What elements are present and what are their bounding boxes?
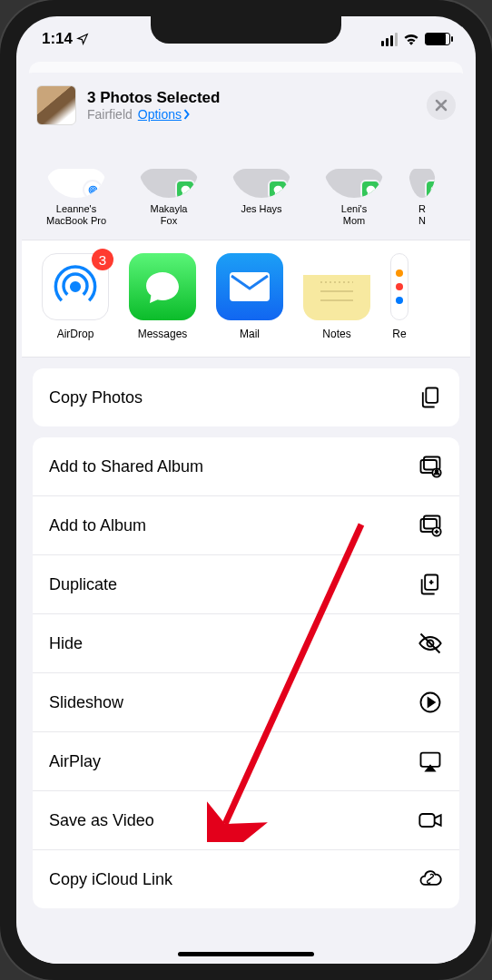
contact-name-line2: MacBook Pro bbox=[38, 215, 114, 227]
duplicate-icon bbox=[418, 572, 443, 597]
svg-point-0 bbox=[92, 189, 93, 191]
messages-badge-icon bbox=[425, 180, 436, 198]
location-arrow-icon bbox=[76, 33, 89, 45]
contact-lenis-mom[interactable]: Leni's Mom bbox=[316, 138, 392, 227]
notes-icon bbox=[313, 275, 360, 311]
messages-badge-icon bbox=[175, 180, 195, 198]
action-copy-icloud-link[interactable]: Copy iCloud Link bbox=[33, 850, 459, 908]
battery-icon bbox=[425, 33, 450, 45]
phone-frame: 1:14 3 Photos Selected Fairfield Options bbox=[0, 0, 492, 980]
close-icon bbox=[435, 99, 448, 112]
location-label: Fairfield bbox=[87, 107, 133, 122]
action-label: AirPlay bbox=[49, 752, 101, 771]
contacts-row[interactable]: Leanne's MacBook Pro Makayla Fox Jes Hay… bbox=[22, 138, 470, 240]
action-save-as-video[interactable]: Save as Video bbox=[33, 791, 459, 850]
action-label: Save as Video bbox=[49, 811, 154, 830]
svg-point-10 bbox=[396, 297, 403, 304]
svg-point-9 bbox=[396, 283, 403, 290]
options-link[interactable]: Options bbox=[138, 107, 191, 122]
app-label: Notes bbox=[303, 328, 370, 340]
action-copy-photos[interactable]: Copy Photos bbox=[33, 368, 459, 426]
status-time: 1:14 bbox=[42, 30, 73, 48]
contact-name: R bbox=[408, 203, 436, 215]
svg-rect-11 bbox=[426, 388, 438, 403]
action-airplay[interactable]: AirPlay bbox=[33, 732, 459, 791]
action-label: Add to Album bbox=[49, 516, 146, 535]
action-label: Slideshow bbox=[49, 693, 123, 712]
chevron-right-icon bbox=[182, 109, 191, 120]
app-label: AirDrop bbox=[42, 328, 109, 340]
action-add-album[interactable]: Add to Album bbox=[33, 496, 459, 555]
share-sheet: 3 Photos Selected Fairfield Options bbox=[22, 73, 470, 964]
airdrop-icon bbox=[52, 263, 99, 310]
contact-name: Leanne's bbox=[38, 203, 114, 215]
action-hide[interactable]: Hide bbox=[33, 614, 459, 673]
options-link-label: Options bbox=[138, 107, 182, 122]
action-group-1: Copy Photos bbox=[33, 368, 459, 426]
reminders-icon bbox=[393, 264, 406, 309]
badge-count: 3 bbox=[92, 249, 113, 270]
svg-point-8 bbox=[396, 270, 403, 277]
copy-icon bbox=[418, 385, 443, 410]
sheet-header: 3 Photos Selected Fairfield Options bbox=[22, 73, 470, 138]
hide-icon bbox=[418, 631, 443, 656]
close-button[interactable] bbox=[427, 91, 456, 120]
action-slideshow[interactable]: Slideshow bbox=[33, 673, 459, 732]
app-label: Mail bbox=[216, 328, 283, 340]
svg-point-3 bbox=[72, 283, 80, 291]
wifi-icon bbox=[403, 33, 419, 45]
shared-album-icon bbox=[418, 454, 443, 479]
app-airdrop[interactable]: 3 AirDrop bbox=[42, 253, 109, 340]
action-label: Copy Photos bbox=[49, 388, 143, 407]
svg-rect-24 bbox=[419, 814, 434, 827]
action-duplicate[interactable]: Duplicate bbox=[33, 555, 459, 614]
add-album-icon bbox=[418, 513, 443, 538]
contact-leanne-macbook[interactable]: Leanne's MacBook Pro bbox=[38, 138, 114, 227]
mail-icon bbox=[227, 270, 272, 303]
contact-name-line2: Mom bbox=[316, 215, 392, 227]
svg-point-1 bbox=[90, 187, 94, 191]
airdrop-badge-icon bbox=[83, 180, 103, 198]
app-reminders-partial[interactable]: Re bbox=[390, 253, 408, 340]
action-label: Copy iCloud Link bbox=[49, 870, 172, 889]
actions-list[interactable]: Copy Photos Add to Shared Album Add to A… bbox=[22, 368, 470, 964]
app-mail[interactable]: Mail bbox=[216, 253, 283, 340]
messages-badge-icon bbox=[268, 180, 288, 198]
contact-name: Makayla bbox=[131, 203, 207, 215]
app-messages[interactable]: Messages bbox=[129, 253, 196, 340]
sheet-title: 3 Photos Selected bbox=[87, 89, 220, 107]
contact-name: Jes Hays bbox=[223, 203, 300, 215]
contact-makayla-fox[interactable]: Makayla Fox bbox=[131, 138, 207, 227]
contact-name-line2: Fox bbox=[131, 215, 207, 227]
home-indicator[interactable] bbox=[178, 952, 314, 956]
app-label: Re bbox=[390, 328, 408, 340]
apps-row[interactable]: 3 AirDrop Messages Mail bbox=[22, 240, 470, 358]
contact-jes-hays[interactable]: Jes Hays bbox=[223, 138, 300, 227]
slideshow-icon bbox=[418, 690, 443, 715]
airplay-icon bbox=[418, 749, 443, 774]
messages-badge-icon bbox=[360, 180, 380, 198]
contact-partial[interactable]: R N bbox=[408, 138, 436, 227]
selection-thumbnail bbox=[36, 85, 76, 125]
icloud-link-icon bbox=[418, 867, 443, 892]
video-icon bbox=[418, 808, 443, 833]
messages-icon bbox=[141, 265, 184, 309]
notch bbox=[151, 16, 341, 44]
action-label: Hide bbox=[49, 634, 83, 653]
svg-rect-4 bbox=[230, 272, 270, 301]
app-notes[interactable]: Notes bbox=[303, 253, 370, 340]
action-label: Add to Shared Album bbox=[49, 457, 203, 476]
contact-name: Leni's bbox=[316, 203, 392, 215]
app-label: Messages bbox=[129, 328, 196, 340]
action-add-shared-album[interactable]: Add to Shared Album bbox=[33, 437, 459, 496]
action-group-2: Add to Shared Album Add to Album Duplica… bbox=[33, 437, 459, 908]
screen: 1:14 3 Photos Selected Fairfield Options bbox=[16, 16, 476, 964]
contact-name-line2: N bbox=[408, 215, 436, 227]
action-label: Duplicate bbox=[49, 575, 117, 594]
cellular-signal-icon bbox=[381, 33, 398, 46]
